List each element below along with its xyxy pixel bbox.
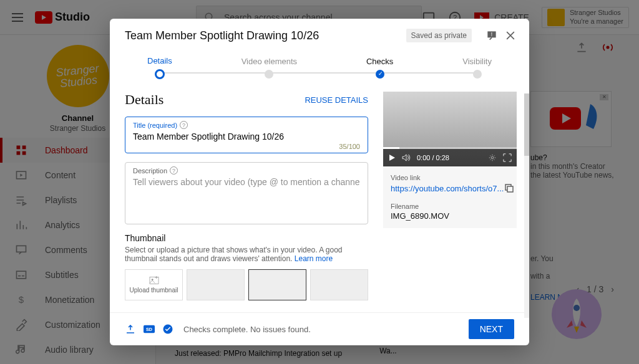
thumbnail-heading: Thumbnail [125, 233, 368, 243]
help-icon[interactable]: ? [180, 121, 188, 129]
filename-value: IMG_6890.MOV [391, 211, 509, 221]
video-link-label: Video link [391, 174, 509, 181]
feedback-dialog-icon[interactable]: ! [485, 29, 498, 42]
svg-text:!: ! [491, 31, 492, 37]
volume-icon[interactable] [402, 154, 411, 161]
next-button[interactable]: NEXT [469, 319, 514, 339]
svg-rect-21 [150, 277, 159, 284]
checks-done-icon [162, 323, 173, 335]
copy-icon[interactable] [504, 183, 515, 194]
fullscreen-icon[interactable] [503, 153, 512, 162]
help-icon[interactable]: ? [170, 166, 178, 175]
thumbnail-option[interactable] [187, 269, 245, 300]
close-icon[interactable] [504, 29, 517, 42]
video-preview[interactable]: 0:00 / 0:28 [383, 92, 517, 166]
stepper: Details Video elements Checks Visibility [110, 50, 529, 92]
title-counter: 35/100 [133, 143, 360, 150]
video-link[interactable]: https://youtube.com/shorts/o7... [391, 184, 504, 193]
upload-complete-icon [125, 323, 136, 335]
upload-dialog: Team Member Spotlight Drawing 10/26 Save… [110, 19, 529, 345]
description-field[interactable]: Description ? [125, 162, 368, 224]
title-input[interactable] [133, 129, 360, 143]
upload-thumbnail-button[interactable]: Upload thumbnail [125, 269, 183, 300]
step-video-elements[interactable]: Video elements [241, 57, 297, 79]
step-details[interactable]: Details [147, 56, 172, 79]
thumbnail-option-selected[interactable] [248, 269, 306, 300]
reuse-details-button[interactable]: REUSE DETAILS [305, 95, 368, 105]
footer-status: Checks complete. No issues found. [183, 325, 461, 334]
description-input[interactable] [133, 175, 360, 188]
saved-badge: Saved as private [406, 29, 472, 42]
image-add-icon [149, 276, 160, 285]
thumbnail-sub: Select or upload a picture that shows wh… [125, 246, 368, 263]
learn-more-link[interactable]: Learn more [295, 254, 333, 263]
svg-rect-24 [507, 186, 513, 192]
thumbnail-option[interactable] [310, 269, 368, 300]
details-heading: Details [125, 92, 163, 108]
preview-time: 0:00 / 0:28 [417, 154, 449, 161]
svg-text:SD: SD [146, 327, 152, 332]
filename-label: Filename [391, 203, 509, 210]
settings-icon[interactable] [488, 153, 497, 162]
title-field[interactable]: Title (required) ? 35/100 [125, 117, 368, 153]
step-visibility[interactable]: Visibility [462, 57, 492, 79]
scrollbar[interactable] [524, 93, 529, 318]
svg-point-23 [491, 156, 494, 159]
play-icon[interactable] [388, 154, 396, 161]
dialog-title: Team Member Spotlight Drawing 10/26 [125, 29, 406, 42]
step-checks[interactable]: Checks [366, 57, 393, 79]
hd-icon: SD [144, 323, 155, 335]
